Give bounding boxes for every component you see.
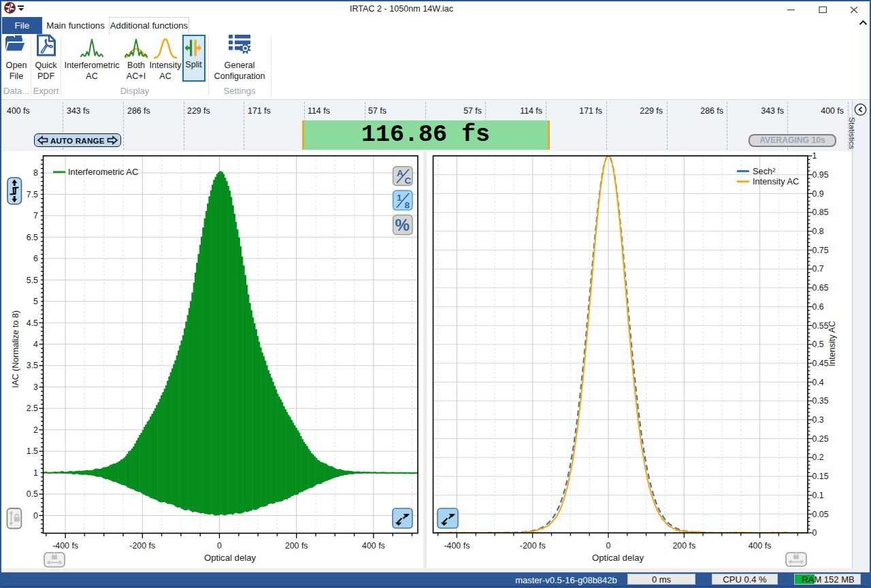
svg-text:200 fs: 200 fs xyxy=(672,541,695,551)
svg-text:400 fs: 400 fs xyxy=(362,541,385,551)
svg-text:1.5: 1.5 xyxy=(27,446,38,456)
svg-text:8: 8 xyxy=(405,200,410,210)
svg-text:%: % xyxy=(395,216,410,234)
svg-text:-400 fs: -400 fs xyxy=(52,541,78,551)
svg-text:0.1: 0.1 xyxy=(812,491,824,500)
svg-text:Sech²: Sech² xyxy=(753,166,776,176)
svg-text:5: 5 xyxy=(33,297,38,306)
svg-text:0: 0 xyxy=(217,541,222,551)
svg-text:0.2: 0.2 xyxy=(812,453,824,462)
svg-text:0.3: 0.3 xyxy=(812,415,824,425)
svg-text:7: 7 xyxy=(33,211,38,220)
svg-text:-400 fs: -400 fs xyxy=(444,541,470,551)
svg-text:0.85: 0.85 xyxy=(812,208,829,217)
svg-text:0: 0 xyxy=(812,528,817,538)
svg-text:6.5: 6.5 xyxy=(27,233,38,242)
svg-text:6: 6 xyxy=(33,254,38,263)
svg-text:Interferometric AC: Interferometric AC xyxy=(68,167,138,177)
svg-text:4: 4 xyxy=(33,340,38,349)
svg-text:0.35: 0.35 xyxy=(812,396,829,406)
svg-text:-200 fs: -200 fs xyxy=(129,541,155,551)
svg-text:4.5: 4.5 xyxy=(27,318,38,328)
svg-text:0.75: 0.75 xyxy=(812,246,829,255)
svg-text:0.7: 0.7 xyxy=(812,264,824,274)
svg-text:8: 8 xyxy=(33,168,38,178)
svg-text:400 fs: 400 fs xyxy=(749,541,772,551)
svg-text:C: C xyxy=(405,176,412,186)
svg-text:0.15: 0.15 xyxy=(812,472,829,481)
svg-text:Optical delay: Optical delay xyxy=(592,553,644,563)
svg-text:2.5: 2.5 xyxy=(27,404,38,413)
svg-text:0: 0 xyxy=(33,511,38,521)
svg-text:0.4: 0.4 xyxy=(812,378,824,387)
svg-text:0.5: 0.5 xyxy=(812,340,824,349)
svg-text:0.05: 0.05 xyxy=(812,510,829,519)
svg-text:0.9: 0.9 xyxy=(812,189,824,199)
svg-text:0.6: 0.6 xyxy=(812,302,824,312)
svg-text:2: 2 xyxy=(33,425,38,435)
svg-text:1: 1 xyxy=(33,468,38,478)
svg-text:0.95: 0.95 xyxy=(812,170,829,180)
svg-text:0.8: 0.8 xyxy=(812,227,824,236)
svg-text:0.5: 0.5 xyxy=(27,489,38,499)
svg-text:0: 0 xyxy=(606,541,611,551)
svg-text:-200 fs: -200 fs xyxy=(520,541,546,551)
svg-text:Intensity AC: Intensity AC xyxy=(827,321,837,366)
svg-text:0.55: 0.55 xyxy=(812,321,829,331)
svg-text:3.5: 3.5 xyxy=(27,361,38,370)
svg-text:Intensity AC: Intensity AC xyxy=(753,176,799,186)
svg-text:7.5: 7.5 xyxy=(27,190,38,199)
svg-text:5.5: 5.5 xyxy=(27,276,38,285)
svg-text:3: 3 xyxy=(33,382,38,392)
svg-text:IAC (Normalize to 8): IAC (Normalize to 8) xyxy=(11,310,20,388)
svg-text:0.65: 0.65 xyxy=(812,283,829,293)
svg-text:0.45: 0.45 xyxy=(812,359,829,368)
svg-text:200 fs: 200 fs xyxy=(285,541,308,551)
svg-text:Optical delay: Optical delay xyxy=(204,553,257,563)
svg-text:1: 1 xyxy=(812,151,817,161)
svg-text:0.25: 0.25 xyxy=(812,434,829,444)
